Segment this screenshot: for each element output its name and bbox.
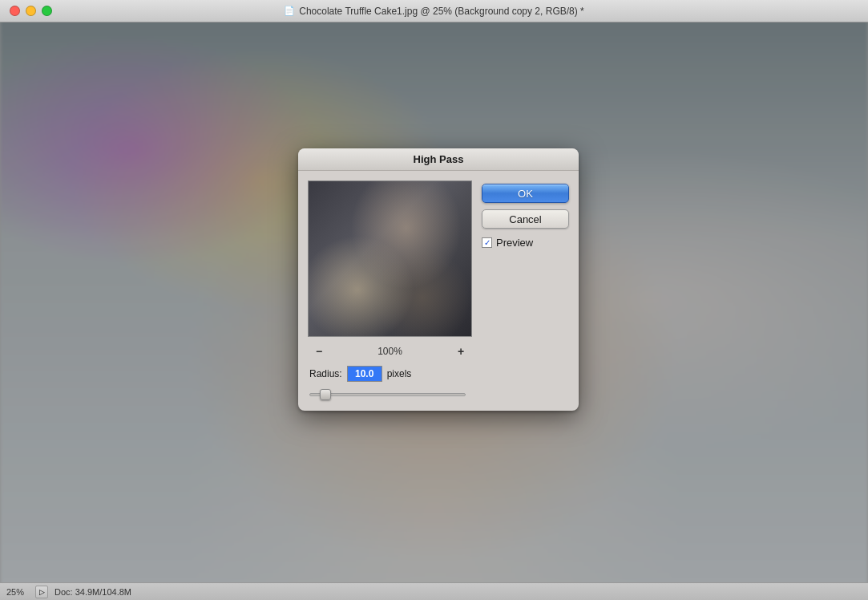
minimize-button[interactable] [26, 6, 36, 16]
zoom-minus-button[interactable]: − [311, 345, 327, 358]
close-button[interactable] [10, 6, 20, 16]
window-controls [10, 6, 52, 16]
ok-button[interactable]: OK [482, 184, 569, 203]
radius-slider[interactable] [309, 388, 466, 401]
dialog-left: − 100% + Radius: pixels [308, 180, 472, 401]
maximize-button[interactable] [42, 6, 52, 16]
high-pass-dialog: High Pass − 100% + Radius: pixels [298, 148, 579, 411]
preview-check-row: ✓ Preview [482, 235, 569, 250]
preview-image [309, 181, 471, 336]
slider-row [308, 388, 472, 401]
dialog-title: High Pass [298, 148, 579, 171]
dialog-right: OK Cancel ✓ Preview [482, 180, 569, 401]
radius-label: Radius: [309, 368, 342, 379]
slider-track-bg [309, 393, 466, 396]
radius-unit: pixels [387, 368, 412, 379]
preview-checkbox[interactable]: ✓ [482, 237, 492, 248]
preview-box[interactable] [308, 180, 472, 337]
zoom-level: 25% [6, 587, 29, 597]
radius-input[interactable] [347, 366, 382, 382]
zoom-controls: − 100% + [308, 343, 472, 359]
document-icon: 📄 [284, 6, 295, 16]
slider-thumb[interactable] [320, 389, 331, 400]
status-info: Doc: 34.9M/104.8M [55, 587, 131, 597]
preview-label: Preview [496, 237, 533, 249]
radius-row: Radius: pixels [308, 366, 472, 382]
titlebar: 📄 Chocolate Truffle Cake1.jpg @ 25% (Bac… [0, 0, 868, 22]
dialog-body: − 100% + Radius: pixels [298, 171, 579, 411]
window-title: 📄 Chocolate Truffle Cake1.jpg @ 25% (Bac… [284, 6, 583, 17]
zoom-percent: 100% [377, 346, 402, 357]
zoom-plus-button[interactable]: + [453, 345, 469, 358]
statusbar: 25% ▷ Doc: 34.9M/104.8M [0, 582, 868, 600]
cancel-button[interactable]: Cancel [482, 209, 569, 229]
status-nav-button[interactable]: ▷ [35, 586, 48, 598]
